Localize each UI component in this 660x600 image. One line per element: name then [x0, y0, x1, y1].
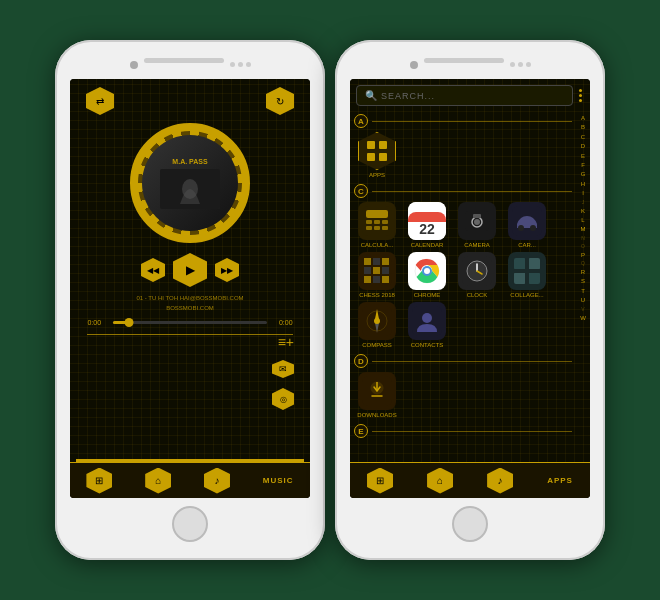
alpha-c[interactable]: C — [581, 133, 585, 141]
svg-rect-3 — [379, 141, 387, 149]
svg-rect-29 — [373, 276, 380, 283]
right-phone-camera-row — [410, 58, 531, 71]
svg-rect-43 — [528, 272, 540, 284]
section-e-letter: E — [354, 424, 368, 438]
section-c-header: C — [354, 184, 572, 198]
alpha-m[interactable]: M — [581, 225, 586, 233]
section-d-header: D — [354, 354, 572, 368]
play-btn[interactable]: ▶ — [173, 253, 207, 287]
right-phone-home-row — [452, 506, 488, 542]
app-item-apps[interactable]: APPS — [354, 132, 400, 178]
alpha-n[interactable]: N — [581, 235, 585, 242]
left-phone: ⇄ ↻ M.A. PASS — [55, 40, 325, 560]
svg-rect-40 — [514, 258, 526, 270]
svg-rect-11 — [366, 226, 372, 230]
apps-grid-a: APPS — [354, 130, 572, 180]
right-nav-music-btn[interactable]: ♪ — [487, 468, 513, 494]
app-item-clock[interactable]: CLOCK — [454, 252, 500, 298]
app-icon-camera — [458, 202, 496, 240]
app-label-chess: CHESS 2018 — [359, 292, 395, 298]
nav-music-label: MUSIC — [263, 476, 294, 485]
app-item-chrome[interactable]: CHROME — [404, 252, 450, 298]
alpha-t[interactable]: T — [581, 287, 585, 295]
svg-rect-12 — [374, 226, 380, 230]
alpha-j[interactable]: J — [582, 199, 585, 206]
alpha-i[interactable]: I — [582, 189, 584, 197]
nav-home-btn[interactable]: ⌂ — [145, 468, 171, 494]
app-label-compass: COMPASS — [362, 342, 392, 348]
album-ring: M.A. PASS — [130, 123, 250, 243]
left-bottom-nav: ⊞ ⌂ ♪ MUSIC — [70, 462, 310, 498]
alpha-k[interactable]: K — [581, 207, 585, 215]
app-item-camera[interactable]: CAMERA — [454, 202, 500, 248]
alpha-l[interactable]: L — [581, 216, 584, 224]
alpha-v[interactable]: V — [581, 306, 584, 313]
svg-rect-2 — [367, 141, 375, 149]
right-nav-home-btn[interactable]: ⌂ — [427, 468, 453, 494]
right-camera-dot — [410, 61, 418, 69]
svg-rect-28 — [364, 276, 371, 283]
app-item-chess[interactable]: CHESS 2018 — [354, 252, 400, 298]
alpha-w[interactable]: W — [580, 314, 586, 322]
right-home-btn[interactable] — [452, 506, 488, 542]
svg-rect-10 — [382, 220, 388, 224]
alpha-a[interactable]: A — [581, 114, 585, 122]
alpha-e[interactable]: E — [581, 152, 585, 160]
app-label-calendar: CALENDAR — [411, 242, 444, 248]
music-top-controls: ⇄ ↻ — [76, 87, 304, 115]
svg-rect-22 — [364, 258, 371, 265]
music-list-btn[interactable]: ≡+ — [278, 334, 294, 350]
alpha-q[interactable]: Q — [581, 260, 585, 267]
progress-track[interactable] — [113, 321, 266, 324]
apps-content: A — [350, 110, 590, 498]
app-item-calculator[interactable]: CALCULA... — [354, 202, 400, 248]
app-item-collage[interactable]: COLLAGE... — [504, 252, 550, 298]
app-item-calendar[interactable]: 22 CALENDAR — [404, 202, 450, 248]
alpha-r[interactable]: R — [581, 268, 585, 276]
app-item-car[interactable]: CAR... — [504, 202, 550, 248]
nav-apps-btn[interactable]: ⊞ — [86, 468, 112, 494]
ring-inner: M.A. PASS — [142, 135, 238, 231]
alpha-b[interactable]: B — [581, 123, 585, 131]
apps-grid-c: CALCULA... 22 CALENDAR — [354, 200, 572, 350]
alpha-g[interactable]: G — [581, 170, 586, 178]
app-item-compass[interactable]: COMPASS — [354, 302, 400, 348]
prev-btn[interactable]: ◀◀ — [141, 258, 165, 282]
dots-menu-btn[interactable] — [577, 87, 584, 104]
next-btn[interactable]: ▶▶ — [215, 258, 239, 282]
music-message-btn[interactable]: ✉ — [272, 360, 294, 378]
left-home-btn[interactable] — [172, 506, 208, 542]
app-label-apps: APPS — [369, 172, 385, 178]
section-c-line — [372, 191, 572, 192]
shuffle-btn[interactable]: ⇄ — [86, 87, 114, 115]
apps-grid-d: DOWNLOADS — [354, 370, 572, 420]
section-c-letter: C — [354, 184, 368, 198]
left-phone-home-row — [172, 506, 208, 542]
alpha-o[interactable]: O — [581, 243, 585, 250]
alpha-h[interactable]: H — [581, 180, 585, 188]
album-title: M.A. PASS — [172, 157, 207, 166]
app-label-calculator: CALCULA... — [361, 242, 394, 248]
svg-rect-23 — [373, 258, 380, 265]
app-label-downloads: DOWNLOADS — [357, 412, 396, 418]
music-logo-btn[interactable]: ◎ — [272, 388, 294, 410]
svg-point-34 — [424, 268, 430, 274]
alpha-u[interactable]: U — [581, 296, 585, 304]
app-item-contacts[interactable]: CONTACTS — [404, 302, 450, 348]
section-e-header: E — [354, 424, 572, 438]
section-d-letter: D — [354, 354, 368, 368]
apps-screen: 🔍 SEARCH... A — [350, 79, 590, 498]
alpha-p[interactable]: P — [581, 251, 585, 259]
alpha-d[interactable]: D — [581, 142, 585, 150]
progress-thumb — [124, 318, 133, 327]
app-item-downloads[interactable]: DOWNLOADS — [354, 372, 400, 418]
nav-music-btn[interactable]: ♪ — [204, 468, 230, 494]
app-icon-clock — [458, 252, 496, 290]
alpha-s[interactable]: S — [581, 277, 585, 285]
svg-rect-13 — [382, 226, 388, 230]
repeat-btn[interactable]: ↻ — [266, 87, 294, 115]
alpha-f[interactable]: F — [581, 161, 585, 169]
app-label-contacts: CONTACTS — [411, 342, 444, 348]
search-bar[interactable]: 🔍 SEARCH... — [356, 85, 573, 106]
right-nav-apps-btn[interactable]: ⊞ — [367, 468, 393, 494]
